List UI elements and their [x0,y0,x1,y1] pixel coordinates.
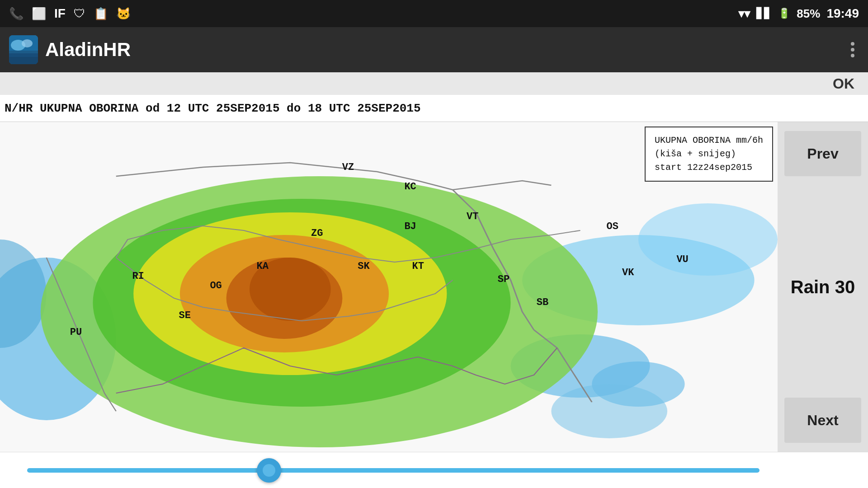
legend-box: UKUPNA OBORINA mm/6h (kiša + snijeg) sta… [645,127,773,182]
status-right: ▾▾ ▋▋ 🔋 85% 19:49 [738,6,859,21]
next-button[interactable]: Next [784,398,861,443]
ok-button[interactable]: OK [833,75,854,92]
app-bar: AladinHR [0,27,868,72]
battery-icon: 🔋 [778,8,790,19]
map-area: VZ KC BJ VT ZG KA SK KT OS SP VK VU SB R… [0,122,778,452]
svg-rect-3 [9,53,38,64]
app-icon [9,35,38,64]
svg-point-18 [250,258,331,321]
svg-rect-0 [9,35,38,64]
status-icons: 📞 ⬜ IF 🛡 📋 🐱 [9,6,131,21]
ok-row: OK [0,72,868,95]
slider-area [0,452,868,488]
map-title: N/HR UKUPNA OBORINA od 12 UTC 25SEP2015 … [5,102,421,115]
rain-label: Rain 30 [791,277,855,297]
clipboard-icon: 📋 [94,7,108,21]
slider-thumb[interactable] [257,458,281,483]
main-content: VZ KC BJ VT ZG KA SK KT OS SP VK VU SB R… [0,122,868,452]
right-sidebar: Prev Rain 30 Next [778,122,868,452]
time-display: 19:49 [826,6,859,21]
signal-icon: ▋▋ [756,8,772,19]
app-title: AladinHR [45,39,131,61]
title-bar: N/HR UKUPNA OBORINA od 12 UTC 25SEP2015 … [0,95,868,122]
svg-point-12 [551,384,667,438]
square-icon: ⬜ [32,7,46,21]
svg-point-2 [22,39,33,47]
shield-icon: 🛡 [74,7,85,21]
wifi-icon: ▾▾ [738,7,750,21]
svg-rect-4 [9,57,38,64]
battery-percent: 85% [797,7,820,21]
if-icon: IF [54,6,66,21]
overflow-menu-button[interactable] [846,38,859,62]
prev-button[interactable]: Prev [784,131,861,176]
legend-line2: (kiša + snijeg) [655,147,763,161]
svg-point-9 [638,203,778,276]
legend-line1: UKUPNA OBORINA mm/6h [655,134,763,147]
app-bar-left: AladinHR [9,35,131,64]
slider-track[interactable] [27,468,760,473]
viber-icon: 📞 [9,7,24,21]
status-bar: 📞 ⬜ IF 🛡 📋 🐱 ▾▾ ▋▋ 🔋 85% 19:49 [0,0,868,27]
legend-line3: start 12z24sep2015 [655,161,763,174]
cat-icon: 🐱 [116,7,131,21]
